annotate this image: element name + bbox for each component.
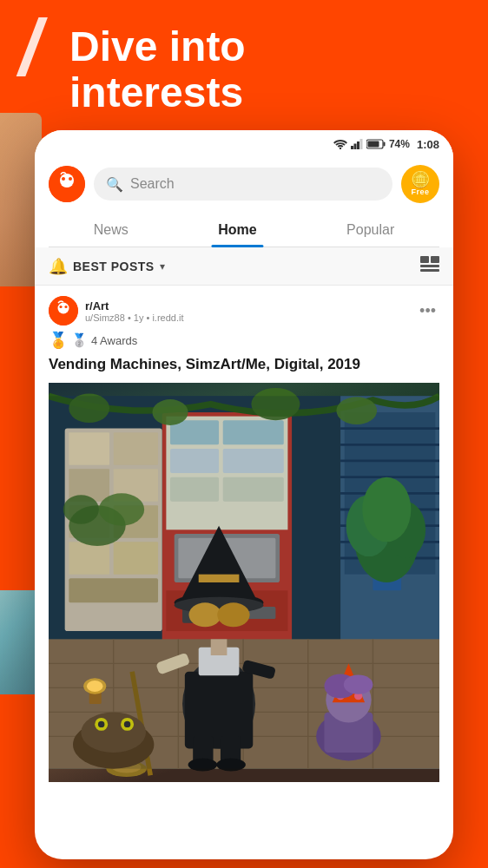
svg-rect-12 xyxy=(420,256,429,263)
subreddit-avatar[interactable] xyxy=(49,296,78,326)
signal-icon xyxy=(351,139,363,149)
award-silver-icon: 🥈 xyxy=(71,332,88,348)
subreddit-name[interactable]: r/Art xyxy=(85,299,184,312)
nav-tabs: News Home Popular xyxy=(49,214,439,247)
tab-news[interactable]: News xyxy=(76,214,146,247)
post-meta-left: r/Art u/Simz88 • 1y • i.redd.it xyxy=(49,296,184,326)
tab-home[interactable]: Home xyxy=(201,214,274,247)
free-badge[interactable]: 🪙 Free xyxy=(401,165,439,203)
tab-popular[interactable]: Popular xyxy=(329,214,412,247)
search-bar[interactable]: 🔍 Search xyxy=(94,168,392,201)
svg-point-19 xyxy=(64,306,67,308)
svg-rect-2 xyxy=(353,144,356,150)
filter-bell-icon: 🔔 xyxy=(49,257,68,276)
layout-toggle-icon[interactable] xyxy=(420,256,439,276)
search-icon: 🔍 xyxy=(106,176,123,193)
svg-rect-15 xyxy=(420,269,439,272)
battery-percentage: 74% xyxy=(389,138,410,150)
app-header: 🔍 Search 🪙 Free News Home Popular xyxy=(35,158,453,247)
filter-chevron-icon: ▾ xyxy=(160,260,165,273)
search-placeholder: Search xyxy=(130,176,175,192)
filter-left[interactable]: 🔔 BEST POSTS ▾ xyxy=(49,257,165,276)
coin-icon: 🪙 xyxy=(411,172,430,187)
awards-count: 4 Awards xyxy=(91,334,137,347)
post-card: r/Art u/Simz88 • 1y • i.redd.it ••• 🏅 🥈 … xyxy=(35,286,453,782)
slash-icon: / xyxy=(19,9,41,87)
svg-rect-14 xyxy=(420,265,439,267)
status-bar: 74% 1:08 xyxy=(35,130,453,158)
free-label: Free xyxy=(411,187,429,196)
phone-card: 74% 1:08 🔍 Search xyxy=(35,130,453,859)
hero-title: Dive into interests xyxy=(69,24,488,116)
wifi-icon xyxy=(333,139,347,149)
post-image[interactable] xyxy=(49,383,439,782)
battery-icon xyxy=(366,139,386,149)
svg-rect-4 xyxy=(359,139,362,149)
time-display: 1:08 xyxy=(417,138,439,151)
svg-rect-1 xyxy=(351,146,353,149)
post-meta-row: r/Art u/Simz88 • 1y • i.redd.it ••• xyxy=(49,296,439,326)
post-subreddit-info: r/Art u/Simz88 • 1y • i.redd.it xyxy=(85,299,184,323)
post-byline: u/Simz88 • 1y • i.redd.it xyxy=(85,312,184,323)
more-options-icon[interactable]: ••• xyxy=(416,299,439,324)
avatar[interactable] xyxy=(49,166,85,202)
svg-point-0 xyxy=(340,148,341,149)
svg-point-114 xyxy=(87,681,103,692)
header-row: 🔍 Search 🪙 Free xyxy=(49,165,439,203)
post-artwork xyxy=(49,383,439,782)
filter-row: 🔔 BEST POSTS ▾ xyxy=(35,247,453,286)
filter-label: BEST POSTS xyxy=(73,260,155,273)
hero-area: / Dive into interests xyxy=(0,0,488,116)
svg-point-18 xyxy=(59,306,62,308)
svg-rect-3 xyxy=(357,141,359,149)
svg-rect-6 xyxy=(383,142,385,147)
svg-point-11 xyxy=(69,177,72,181)
award-gold-icon: 🏅 xyxy=(49,331,68,350)
svg-rect-7 xyxy=(367,141,379,148)
status-icons: 74% 1:08 xyxy=(333,138,439,151)
svg-rect-111 xyxy=(49,396,439,768)
svg-rect-13 xyxy=(431,256,439,263)
post-title: Vending Machines, SimzArt/Me, Digital, 2… xyxy=(49,355,439,374)
awards-row: 🏅 🥈 4 Awards xyxy=(49,331,439,350)
svg-point-10 xyxy=(62,177,65,181)
